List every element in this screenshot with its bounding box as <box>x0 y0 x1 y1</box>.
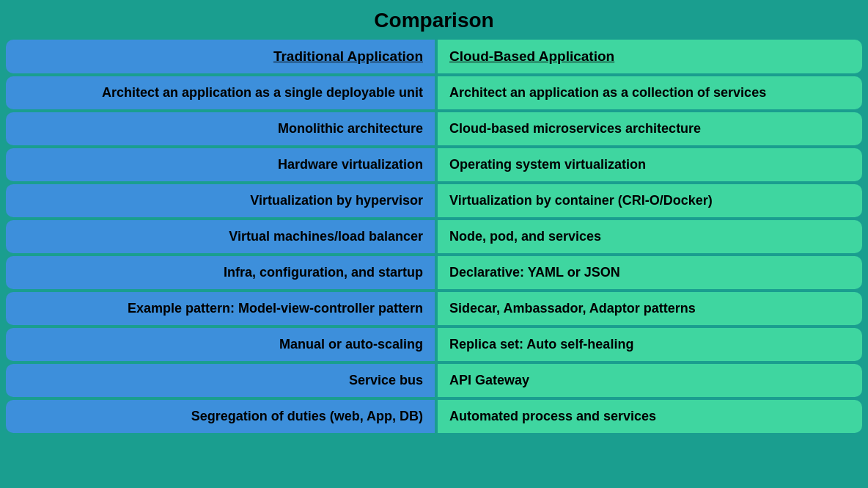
left-text-7: Example pattern: Model-view-controller p… <box>128 301 423 316</box>
left-text-2: Monolithic architecture <box>278 121 423 136</box>
page-title: Comparison <box>0 9 868 32</box>
page-container: Comparison Traditional ApplicationCloud-… <box>0 0 868 442</box>
left-text-3: Hardware virtualization <box>278 157 423 172</box>
left-cell-8: Manual or auto-scaling <box>6 328 435 361</box>
right-cell-3: Operating system virtualization <box>438 148 862 181</box>
left-cell-5: Virtual machines/load balancer <box>6 220 435 253</box>
left-text-8: Manual or auto-scaling <box>279 337 423 352</box>
left-cell-0: Traditional Application <box>6 40 435 73</box>
right-text-2: Cloud-based microservices architecture <box>449 121 701 136</box>
right-text-7: Sidecar, Ambassador, Adaptor patterns <box>449 301 696 316</box>
right-cell-2: Cloud-based microservices architecture <box>438 112 862 145</box>
left-text-0: Traditional Application <box>273 48 423 65</box>
comparison-row-10: Segregation of duties (web, App, DB)Auto… <box>6 400 862 433</box>
left-cell-9: Service bus <box>6 364 435 397</box>
right-cell-5: Node, pod, and services <box>438 220 862 253</box>
comparison-row-0: Traditional ApplicationCloud-Based Appli… <box>6 40 862 73</box>
right-text-3: Operating system virtualization <box>449 157 646 172</box>
left-cell-10: Segregation of duties (web, App, DB) <box>6 400 435 433</box>
left-cell-3: Hardware virtualization <box>6 148 435 181</box>
right-text-8: Replica set: Auto self-healing <box>449 337 633 352</box>
right-cell-1: Architect an application as a collection… <box>438 76 862 109</box>
left-cell-4: Virtualization by hypervisor <box>6 184 435 217</box>
right-text-0: Cloud-Based Application <box>449 48 614 65</box>
comparison-row-7: Example pattern: Model-view-controller p… <box>6 292 862 325</box>
left-cell-2: Monolithic architecture <box>6 112 435 145</box>
left-text-1: Architect an application as a single dep… <box>102 85 423 101</box>
right-text-9: API Gateway <box>449 373 529 388</box>
comparison-row-9: Service busAPI Gateway <box>6 364 862 397</box>
left-text-4: Virtualization by hypervisor <box>250 193 423 208</box>
right-text-1: Architect an application as a collection… <box>449 85 766 101</box>
left-text-10: Segregation of duties (web, App, DB) <box>191 409 423 424</box>
right-cell-0: Cloud-Based Application <box>438 40 862 73</box>
comparison-row-4: Virtualization by hypervisorVirtualizati… <box>6 184 862 217</box>
rows-container: Traditional ApplicationCloud-Based Appli… <box>6 40 862 433</box>
table-wrapper: Traditional ApplicationCloud-Based Appli… <box>0 40 868 442</box>
comparison-row-8: Manual or auto-scalingReplica set: Auto … <box>6 328 862 361</box>
right-text-4: Virtualization by container (CRI-O/Docke… <box>449 193 713 208</box>
left-cell-7: Example pattern: Model-view-controller p… <box>6 292 435 325</box>
right-text-5: Node, pod, and services <box>449 229 601 244</box>
right-cell-10: Automated process and services <box>438 400 862 433</box>
title-bar: Comparison <box>0 0 868 40</box>
left-text-9: Service bus <box>349 373 423 388</box>
comparison-row-3: Hardware virtualizationOperating system … <box>6 148 862 181</box>
comparison-row-6: Infra, configuration, and startupDeclara… <box>6 256 862 289</box>
left-cell-6: Infra, configuration, and startup <box>6 256 435 289</box>
right-cell-8: Replica set: Auto self-healing <box>438 328 862 361</box>
left-text-6: Infra, configuration, and startup <box>224 265 423 280</box>
left-cell-1: Architect an application as a single dep… <box>6 76 435 109</box>
comparison-row-1: Architect an application as a single dep… <box>6 76 862 109</box>
right-text-6: Declarative: YAML or JSON <box>449 265 620 280</box>
right-cell-4: Virtualization by container (CRI-O/Docke… <box>438 184 862 217</box>
comparison-row-5: Virtual machines/load balancerNode, pod,… <box>6 220 862 253</box>
left-text-5: Virtual machines/load balancer <box>229 229 423 244</box>
comparison-row-2: Monolithic architectureCloud-based micro… <box>6 112 862 145</box>
right-cell-7: Sidecar, Ambassador, Adaptor patterns <box>438 292 862 325</box>
right-text-10: Automated process and services <box>449 409 656 424</box>
right-cell-9: API Gateway <box>438 364 862 397</box>
right-cell-6: Declarative: YAML or JSON <box>438 256 862 289</box>
